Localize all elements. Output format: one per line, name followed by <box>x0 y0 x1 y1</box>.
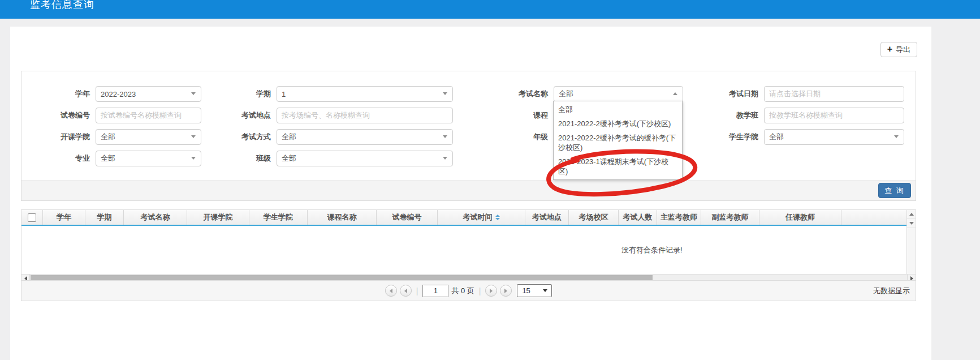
pager-next-button[interactable] <box>485 285 497 297</box>
total-pages-label: 共 0 页 <box>451 286 474 296</box>
export-button[interactable]: + 导出 <box>880 42 917 57</box>
student-college-field-cell: 全部 <box>764 129 904 145</box>
header-filler <box>841 210 916 225</box>
scroll-up-button[interactable] <box>907 210 916 219</box>
page-size-select[interactable]: 15 <box>517 284 552 297</box>
column-header-6[interactable]: 课程名称 <box>308 210 377 225</box>
exam-name-value: 全部 <box>559 89 573 99</box>
column-header-2[interactable]: 学期 <box>85 210 124 225</box>
exam-date-label: 考试日期 <box>683 86 764 102</box>
column-label: 考试时间 <box>463 212 493 222</box>
triangle-down-icon <box>909 222 914 225</box>
column-header-4[interactable]: 开课学院 <box>187 210 249 225</box>
vertical-scrollbar[interactable] <box>906 210 916 274</box>
results-table-panel: 学年学期考试名称开课学院学生学院课程名称试卷编号考试时间考试地点考场校区考试人数… <box>21 209 916 301</box>
chevron-down-icon <box>191 92 196 95</box>
offering-college-label: 开课学院 <box>21 129 96 145</box>
empty-cell <box>764 151 904 166</box>
column-label: 学年 <box>57 212 71 222</box>
school-year-value: 2022-2023 <box>101 90 136 98</box>
grade-label: 年级 <box>453 129 554 145</box>
sort-down-icon <box>495 218 500 220</box>
search-button[interactable]: 查 询 <box>878 183 911 198</box>
column-header-1[interactable]: 学年 <box>43 210 85 225</box>
paper-number-input[interactable]: 按试卷编号名称模糊查询 <box>96 108 201 123</box>
chevron-up-icon <box>673 92 677 95</box>
course-label: 课程 <box>453 108 554 123</box>
exam-name-field-cell: 全部 <box>554 86 683 102</box>
chevron-down-icon <box>443 135 447 138</box>
column-label: 考试名称 <box>141 212 170 222</box>
school-year-select[interactable]: 2022-2023 <box>96 86 201 102</box>
school-year-label: 学年 <box>21 86 96 102</box>
scroll-down-button[interactable] <box>907 219 916 228</box>
offering-college-select[interactable]: 全部 <box>96 129 201 145</box>
paper-number-label: 试卷编号 <box>21 108 96 123</box>
pagination-bar: | 共 0 页 | 15 无数据显示 <box>21 280 916 301</box>
major-value: 全部 <box>101 153 115 164</box>
semester-select[interactable]: 1 <box>277 86 453 102</box>
exam-date-field-cell: 请点击选择日期 <box>764 86 904 102</box>
column-header-7[interactable]: 试卷编号 <box>377 210 438 225</box>
class-value: 全部 <box>282 153 296 164</box>
exam-mode-label: 考试方式 <box>201 129 277 145</box>
column-label: 考试地点 <box>532 212 562 222</box>
teaching-class-input[interactable]: 按教学班名称模糊查询 <box>764 108 904 123</box>
exam-place-input[interactable]: 按考场编号、名称模糊查询 <box>277 108 453 123</box>
major-select[interactable]: 全部 <box>96 151 201 166</box>
no-data-label: 无数据显示 <box>873 286 910 296</box>
column-header-5[interactable]: 学生学院 <box>249 210 308 225</box>
student-college-label: 学生学院 <box>683 129 764 145</box>
exam-option[interactable]: 2021-2022-2缓补考考试的缓补考(下沙校区) <box>554 131 682 155</box>
select-all-checkbox[interactable] <box>28 213 36 222</box>
sort-icon[interactable] <box>495 215 500 220</box>
column-header-9[interactable]: 考试地点 <box>525 210 569 225</box>
filter-grid: 学年2022-2023学期1考试名称全部考试日期请点击选择日期试卷编号按试卷编号… <box>21 71 916 166</box>
table-body: 没有符合条件记录! <box>21 226 916 274</box>
major-field-cell: 全部 <box>96 151 201 166</box>
column-header-13[interactable]: 副监考教师 <box>701 210 759 225</box>
exam-option[interactable]: 2021-2022-2缓补考考试(下沙校区) <box>554 117 682 131</box>
exam-name-label: 考试名称 <box>453 86 554 102</box>
student-college-select[interactable]: 全部 <box>764 129 904 145</box>
teaching-class-label: 教学班 <box>683 108 764 123</box>
pager-last-button[interactable] <box>500 285 512 297</box>
column-label: 开课学院 <box>204 212 233 222</box>
school-year-field-cell: 2022-2023 <box>96 86 201 102</box>
class-select[interactable]: 全部 <box>277 151 453 166</box>
class-field-cell: 全部 <box>277 151 453 166</box>
column-header-3[interactable]: 考试名称 <box>124 210 187 225</box>
semester-value: 1 <box>282 90 286 98</box>
chevron-down-icon <box>894 135 899 138</box>
pager-separator: | <box>479 286 481 295</box>
exam-date-input[interactable]: 请点击选择日期 <box>764 86 904 102</box>
column-header-14[interactable]: 任课教师 <box>759 210 841 225</box>
semester-label: 学期 <box>201 86 277 102</box>
chevron-down-icon <box>191 157 196 160</box>
column-label: 副监考教师 <box>712 212 749 222</box>
column-header-12[interactable]: 主监考教师 <box>657 210 701 225</box>
column-header-11[interactable]: 考试人数 <box>619 210 657 225</box>
pager-prev-button[interactable] <box>400 285 412 297</box>
sort-up-icon <box>495 215 500 217</box>
filter-panel: 学年2022-2023学期1考试名称全部考试日期请点击选择日期试卷编号按试卷编号… <box>21 71 916 201</box>
empty-cell <box>453 151 554 166</box>
exam-name-dropdown-list: 全部2021-2022-2缓补考考试(下沙校区)2021-2022-2缓补考考试… <box>553 101 683 180</box>
export-button-label: 导出 <box>896 45 910 55</box>
column-header-10[interactable]: 考场校区 <box>569 210 619 225</box>
teaching-class-field-cell: 按教学班名称模糊查询 <box>764 108 904 123</box>
page-input[interactable] <box>422 285 448 297</box>
filter-footer: 查 询 <box>21 180 916 200</box>
offering-college-field-cell: 全部 <box>96 129 201 145</box>
column-header-8[interactable]: 考试时间 <box>438 210 525 225</box>
exam-name-select[interactable]: 全部 <box>554 86 683 102</box>
exam-place-field-cell: 按考场编号、名称模糊查询 <box>277 108 453 123</box>
pager-first-button[interactable] <box>385 285 397 297</box>
chevron-down-icon <box>543 289 547 292</box>
exam-option[interactable]: 全部 <box>554 102 682 117</box>
offering-college-value: 全部 <box>101 132 115 142</box>
exam-option-circled[interactable]: 2022-2023-1课程期末考试(下沙校区) <box>554 155 682 178</box>
exam-mode-select[interactable]: 全部 <box>277 129 453 145</box>
triangle-left-icon <box>390 289 392 293</box>
teaching-class-placeholder: 按教学班名称模糊查询 <box>769 110 843 121</box>
